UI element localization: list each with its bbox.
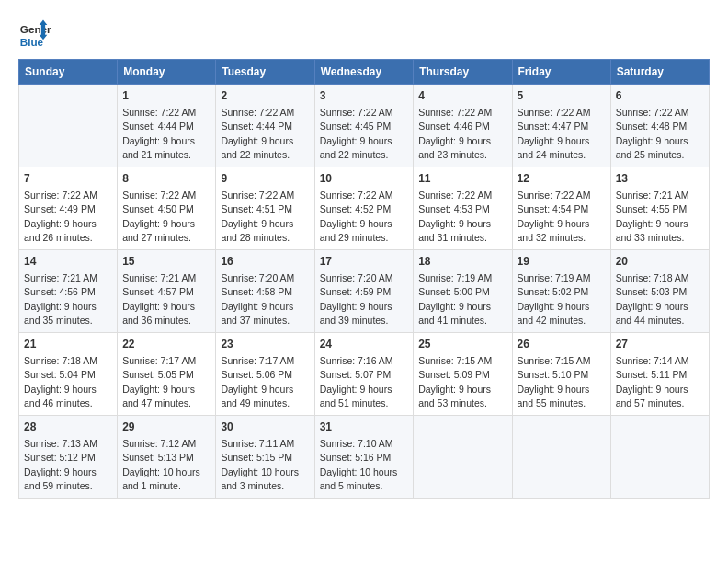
calendar-cell: 6 Sunrise: 7:22 AM Sunset: 4:48 PM Dayli… [610, 85, 709, 167]
calendar-cell: 16 Sunrise: 7:20 AM Sunset: 4:58 PM Dayl… [216, 250, 314, 333]
sunrise-info: Sunrise: 7:22 AM [616, 107, 689, 118]
day-number: 31 [320, 419, 409, 435]
page-header: General Blue [18, 18, 710, 52]
daylight-info: Daylight: 9 hours and 37 minutes. [221, 301, 293, 326]
sunset-info: Sunset: 4:54 PM [518, 203, 589, 214]
daylight-info: Daylight: 9 hours and 51 minutes. [320, 384, 392, 408]
daylight-info: Daylight: 10 hours and 3 minutes. [221, 466, 299, 491]
day-number: 25 [418, 337, 506, 352]
day-number: 11 [418, 171, 506, 187]
day-number: 22 [122, 337, 210, 352]
sunset-info: Sunset: 4:57 PM [122, 286, 194, 297]
calendar-cell: 11 Sunrise: 7:22 AM Sunset: 4:53 PM Dayl… [414, 167, 512, 250]
day-number: 21 [24, 337, 112, 352]
calendar-cell: 27 Sunrise: 7:14 AM Sunset: 5:11 PM Dayl… [610, 333, 709, 416]
sunset-info: Sunset: 4:46 PM [418, 121, 490, 132]
sunrise-info: Sunrise: 7:20 AM [221, 272, 294, 283]
day-number: 20 [616, 254, 704, 270]
header-day: Tuesday [216, 60, 314, 85]
day-number: 24 [320, 337, 409, 352]
daylight-info: Daylight: 9 hours and 24 minutes. [518, 135, 590, 160]
sunrise-info: Sunrise: 7:15 AM [518, 355, 591, 366]
sunset-info: Sunset: 5:07 PM [320, 369, 392, 380]
sunrise-info: Sunrise: 7:22 AM [320, 107, 393, 118]
calendar-cell: 31 Sunrise: 7:10 AM Sunset: 5:16 PM Dayl… [314, 416, 414, 499]
sunset-info: Sunset: 4:49 PM [24, 203, 96, 214]
day-number: 2 [221, 88, 309, 104]
day-number: 29 [122, 419, 210, 435]
calendar-cell [610, 416, 709, 499]
sunrise-info: Sunrise: 7:22 AM [518, 107, 591, 118]
day-number: 12 [518, 171, 606, 187]
day-number: 13 [616, 171, 704, 187]
sunrise-info: Sunrise: 7:22 AM [418, 190, 492, 201]
sunrise-info: Sunrise: 7:21 AM [24, 272, 97, 283]
daylight-info: Daylight: 9 hours and 42 minutes. [518, 301, 590, 326]
sunset-info: Sunset: 5:09 PM [418, 369, 490, 380]
calendar-cell [414, 416, 512, 499]
sunrise-info: Sunrise: 7:22 AM [24, 190, 97, 201]
daylight-info: Daylight: 9 hours and 22 minutes. [320, 135, 392, 160]
svg-text:Blue: Blue [20, 36, 44, 48]
day-number: 1 [122, 88, 210, 104]
daylight-info: Daylight: 10 hours and 1 minute. [122, 466, 200, 491]
daylight-info: Daylight: 9 hours and 44 minutes. [616, 301, 688, 326]
calendar-cell: 25 Sunrise: 7:15 AM Sunset: 5:09 PM Dayl… [414, 333, 512, 416]
logo-icon: General Blue [18, 18, 51, 52]
sunrise-info: Sunrise: 7:17 AM [122, 355, 196, 366]
sunset-info: Sunset: 4:47 PM [518, 121, 589, 132]
sunrise-info: Sunrise: 7:14 AM [616, 355, 689, 366]
daylight-info: Daylight: 9 hours and 46 minutes. [24, 384, 97, 408]
calendar-cell: 19 Sunrise: 7:19 AM Sunset: 5:02 PM Dayl… [512, 250, 610, 333]
calendar-cell: 14 Sunrise: 7:21 AM Sunset: 4:56 PM Dayl… [19, 250, 118, 333]
daylight-info: Daylight: 9 hours and 28 minutes. [221, 218, 293, 243]
daylight-info: Daylight: 9 hours and 35 minutes. [24, 301, 97, 326]
calendar-cell: 22 Sunrise: 7:17 AM Sunset: 5:05 PM Dayl… [118, 333, 216, 416]
daylight-info: Daylight: 9 hours and 33 minutes. [616, 218, 688, 243]
sunset-info: Sunset: 5:10 PM [518, 369, 589, 380]
sunrise-info: Sunrise: 7:22 AM [320, 190, 393, 201]
day-number: 28 [24, 419, 112, 435]
daylight-info: Daylight: 9 hours and 57 minutes. [616, 384, 688, 408]
sunset-info: Sunset: 4:55 PM [616, 203, 688, 214]
daylight-info: Daylight: 9 hours and 25 minutes. [616, 135, 688, 160]
sunrise-info: Sunrise: 7:13 AM [24, 438, 97, 449]
sunset-info: Sunset: 5:12 PM [24, 452, 96, 463]
day-number: 17 [320, 254, 409, 270]
calendar-week-row: 7 Sunrise: 7:22 AM Sunset: 4:49 PM Dayli… [19, 167, 710, 250]
calendar-cell: 4 Sunrise: 7:22 AM Sunset: 4:46 PM Dayli… [414, 85, 512, 167]
sunrise-info: Sunrise: 7:22 AM [122, 190, 196, 201]
calendar-cell: 23 Sunrise: 7:17 AM Sunset: 5:06 PM Dayl… [216, 333, 314, 416]
daylight-info: Daylight: 9 hours and 36 minutes. [122, 301, 195, 326]
sunset-info: Sunset: 5:03 PM [616, 286, 688, 297]
sunset-info: Sunset: 4:56 PM [24, 286, 96, 297]
daylight-info: Daylight: 9 hours and 23 minutes. [418, 135, 491, 160]
day-number: 19 [518, 254, 606, 270]
calendar-table: SundayMondayTuesdayWednesdayThursdayFrid… [18, 59, 710, 499]
sunset-info: Sunset: 4:53 PM [418, 203, 490, 214]
day-number: 5 [518, 88, 606, 104]
sunset-info: Sunset: 5:11 PM [616, 369, 688, 380]
daylight-info: Daylight: 9 hours and 55 minutes. [518, 384, 590, 408]
sunrise-info: Sunrise: 7:17 AM [221, 355, 294, 366]
sunrise-info: Sunrise: 7:11 AM [221, 438, 294, 449]
header-day: Monday [118, 60, 216, 85]
header-day: Sunday [19, 60, 118, 85]
calendar-cell: 10 Sunrise: 7:22 AM Sunset: 4:52 PM Dayl… [314, 167, 414, 250]
sunrise-info: Sunrise: 7:22 AM [518, 190, 591, 201]
sunrise-info: Sunrise: 7:22 AM [221, 190, 294, 201]
calendar-cell: 12 Sunrise: 7:22 AM Sunset: 4:54 PM Dayl… [512, 167, 610, 250]
calendar-cell: 24 Sunrise: 7:16 AM Sunset: 5:07 PM Dayl… [314, 333, 414, 416]
daylight-info: Daylight: 9 hours and 39 minutes. [320, 301, 392, 326]
sunrise-info: Sunrise: 7:21 AM [122, 272, 196, 283]
daylight-info: Daylight: 9 hours and 53 minutes. [418, 384, 491, 408]
sunrise-info: Sunrise: 7:19 AM [518, 272, 591, 283]
calendar-cell: 18 Sunrise: 7:19 AM Sunset: 5:00 PM Dayl… [414, 250, 512, 333]
daylight-info: Daylight: 9 hours and 32 minutes. [518, 218, 590, 243]
sunrise-info: Sunrise: 7:20 AM [320, 272, 393, 283]
sunset-info: Sunset: 4:51 PM [221, 203, 292, 214]
header-day: Thursday [414, 60, 512, 85]
calendar-cell: 5 Sunrise: 7:22 AM Sunset: 4:47 PM Dayli… [512, 85, 610, 167]
daylight-info: Daylight: 9 hours and 21 minutes. [122, 135, 195, 160]
daylight-info: Daylight: 9 hours and 49 minutes. [221, 384, 293, 408]
